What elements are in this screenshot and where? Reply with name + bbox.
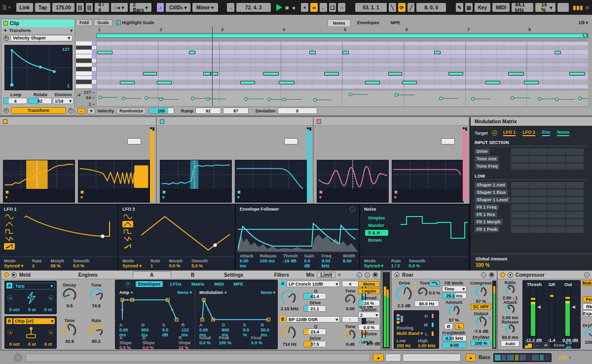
matrix-cell[interactable] <box>566 163 584 170</box>
clip-title-bar[interactable]: Clip <box>1 19 74 27</box>
unison-menu[interactable]: 2▾ <box>358 312 380 318</box>
midi-note[interactable] <box>508 72 524 75</box>
matrix-cell[interactable] <box>566 226 584 233</box>
matrix-cell[interactable] <box>529 197 547 203</box>
out-meter[interactable] <box>564 288 571 337</box>
note-grid-row[interactable] <box>96 59 588 63</box>
redo-transform-icon[interactable]: ↻ <box>68 108 74 113</box>
highlight-scale-checkbox[interactable]: ✓ <box>116 20 121 25</box>
envf-param-freq[interactable]: Freq9.03 kHz <box>322 254 336 268</box>
note-grid-row[interactable] <box>96 54 588 59</box>
rms-button[interactable]: RMS <box>583 303 592 310</box>
roar-compress-knob[interactable] <box>475 286 487 298</box>
transform-tool-menu[interactable]: Velocity Shaper▾ <box>10 35 73 41</box>
re-enable-automation-button[interactable]: ← <box>320 3 327 12</box>
matrix-cell[interactable] <box>511 148 529 155</box>
link-button[interactable]: Link <box>16 3 34 12</box>
noise-type-sh[interactable]: S & H <box>365 230 388 236</box>
band-header[interactable] <box>314 117 469 126</box>
scale-mode-icon[interactable]: ♪ <box>157 3 164 12</box>
device-chain-thumbnail[interactable] <box>493 353 552 362</box>
filter-display[interactable] <box>392 160 464 189</box>
metronome-pattern-icon[interactable]: ||| <box>86 3 93 12</box>
midi-note[interactable] <box>448 72 463 75</box>
piano-key[interactable] <box>76 67 92 72</box>
lfo-wave-icon-ramp[interactable] <box>4 243 15 250</box>
midi-note[interactable] <box>524 81 539 84</box>
noise-type-simplex[interactable]: Simplex <box>365 215 388 221</box>
pre-button[interactable] <box>127 138 141 145</box>
filter-display[interactable] <box>78 160 150 189</box>
meld-tab-a[interactable]: A <box>133 271 171 279</box>
subtab-matrix[interactable]: Matrix <box>189 281 207 287</box>
matrix-cell[interactable] <box>511 226 529 233</box>
matrix-cell[interactable] <box>511 163 529 170</box>
meld-fold-icon[interactable]: ▶ <box>11 272 17 278</box>
stop-button[interactable]: ■ <box>285 4 289 11</box>
matrix-cell[interactable] <box>511 212 529 218</box>
mix-b-tone-knob[interactable] <box>344 329 356 341</box>
noise-mode-menu[interactable]: Synced ▾ <box>364 263 383 268</box>
fb-latch-button[interactable]: L <box>455 323 464 329</box>
play-button[interactable] <box>276 4 282 11</box>
mix-a-cents-button[interactable]: ¢ <box>342 281 359 287</box>
envf-param-release[interactable]: Release100 ms <box>260 254 277 268</box>
amp-r-slope[interactable]: 22 % <box>179 345 189 350</box>
lfo1-rate[interactable]: 2 <box>32 263 35 268</box>
piano-key[interactable] <box>76 76 92 80</box>
amp-envelope-display[interactable] <box>118 296 193 322</box>
scale-name-menu[interactable]: Minor ▾ <box>192 3 218 12</box>
matrix-cell[interactable] <box>529 226 547 233</box>
sidechain-routing-icon[interactable]: ○ <box>350 207 355 212</box>
midi-map-button[interactable]: MIDI <box>492 3 510 12</box>
midi-note[interactable] <box>402 81 417 84</box>
roar-hot-swap-icon[interactable]: ○ <box>481 272 486 278</box>
tempo-field[interactable]: 175.00 <box>52 3 74 12</box>
engine-b-menu[interactable]: Chip (♭#)▾ <box>13 318 55 324</box>
band-filter-type-menu[interactable]: ▾ <box>237 195 240 200</box>
legato-button[interactable]: Legato <box>358 288 380 294</box>
clip-color-swatch[interactable] <box>3 21 8 26</box>
filter-b-type-menu[interactable]: BP 12dB OSR▾ <box>287 316 340 323</box>
matrix-row-label[interactable]: Tone Amt <box>475 156 499 162</box>
ramp-to-field[interactable]: 97 <box>223 108 249 114</box>
rotate-field[interactable]: 82 <box>28 98 52 104</box>
loop-brace[interactable] <box>96 34 588 38</box>
matrix-row-label[interactable]: Flt 1 Morph <box>475 219 503 225</box>
global-amount-value[interactable]: 100 % <box>476 262 587 268</box>
engine-b-next-icon[interactable]: ▸ <box>48 329 54 335</box>
lfo2-smooth[interactable]: 5.0 % <box>191 263 203 268</box>
lfo-wave-icon-triangle[interactable] <box>4 221 15 227</box>
roar-tone-filter-button[interactable] <box>429 281 440 287</box>
matrix-cell[interactable] <box>511 182 529 188</box>
loop-button[interactable]: ⟳ <box>398 3 406 12</box>
makeup-button[interactable]: Makeup <box>583 280 592 286</box>
envelope-follower-display[interactable] <box>238 213 358 254</box>
out-handle[interactable]: ◀ <box>572 304 575 309</box>
piano-key[interactable] <box>76 41 92 46</box>
matrix-cell[interactable] <box>548 204 565 211</box>
matrix-cell[interactable] <box>529 189 547 196</box>
randomize-button[interactable]: Randomize <box>116 108 147 114</box>
midi-note[interactable] <box>309 51 316 54</box>
engine-b-ct[interactable]: 0 ct <box>44 342 52 347</box>
thresh-meter[interactable] <box>530 288 536 337</box>
knee-value[interactable]: 6.0 dB <box>565 340 579 350</box>
filter-display[interactable] <box>235 160 307 189</box>
piano-key[interactable] <box>76 84 92 89</box>
activity-view-icon[interactable]: ▄▆ <box>524 342 532 348</box>
lfo-wave-icon-sine[interactable] <box>122 214 133 220</box>
ramp-from-field[interactable]: 92 <box>195 108 221 114</box>
loop-start-field[interactable]: 53. 1. 1 <box>355 3 387 12</box>
fold-button[interactable]: Fold <box>76 19 92 26</box>
engine-a-oct[interactable]: 0 oct <box>9 307 20 312</box>
midi-note[interactable] <box>157 81 172 84</box>
fb-phase-button[interactable]: Ø <box>444 323 453 329</box>
velocity-marker[interactable] <box>471 97 475 101</box>
band-activator-checkbox[interactable] <box>3 119 7 124</box>
capture-midi-button[interactable]: ❏ <box>329 3 336 12</box>
matrix-source-lfo2[interactable]: LFO 2 <box>522 130 535 136</box>
subtab-envelopes[interactable]: Envelopes <box>136 281 163 287</box>
tab-mpe[interactable]: MPE <box>386 19 406 26</box>
roar-drywet-field[interactable]: 100 % <box>471 340 491 346</box>
